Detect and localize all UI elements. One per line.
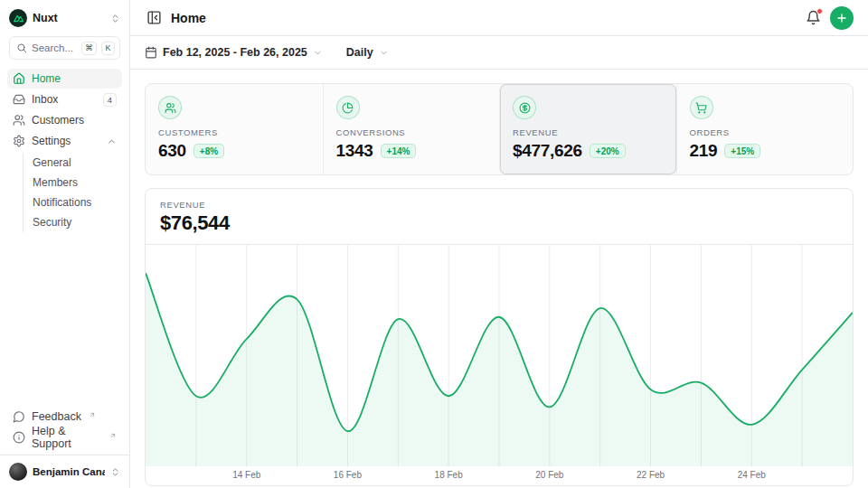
- calendar-icon: [145, 46, 157, 59]
- stat-value: 630: [158, 141, 186, 161]
- stat-card-customers[interactable]: CUSTOMERS 630 +8%: [146, 84, 323, 174]
- kbd-cmd: ⌘: [81, 42, 97, 55]
- chevron-up-down-icon: [110, 14, 120, 23]
- stat-delta-badge: +15%: [724, 144, 760, 158]
- cart-icon: [690, 96, 713, 119]
- stat-delta-badge: +8%: [193, 144, 224, 158]
- user-menu[interactable]: Benjamin Canac: [0, 455, 129, 488]
- sidebar-item-customers[interactable]: Customers: [7, 110, 122, 130]
- pie-chart-icon: [336, 96, 360, 119]
- x-tick: 22 Feb: [637, 470, 665, 480]
- interval-select[interactable]: Daily: [346, 46, 389, 59]
- new-item-button[interactable]: [830, 6, 854, 30]
- kbd-k: K: [101, 42, 115, 55]
- stat-label: CONVERSIONS: [336, 127, 487, 137]
- interval-label: Daily: [346, 46, 373, 59]
- dollar-circle-icon: [513, 96, 536, 119]
- date-range-label: Feb 12, 2025 - Feb 26, 2025: [163, 46, 307, 59]
- sidebar-item-label: Help & Support: [32, 425, 102, 450]
- sidebar-footer-nav: Feedback Help & Support: [0, 405, 129, 455]
- sidebar-item-home[interactable]: Home: [7, 69, 122, 89]
- x-tick: 18 Feb: [435, 470, 463, 480]
- stat-delta-badge: +20%: [590, 144, 626, 158]
- sidebar-item-settings[interactable]: Settings: [7, 131, 122, 151]
- sidebar-spacer: [0, 234, 129, 405]
- stat-value: 1343: [336, 141, 373, 161]
- topbar: Home: [130, 0, 868, 36]
- sidebar-item-label: Feedback: [32, 410, 81, 423]
- home-icon: [13, 72, 25, 85]
- stat-card-orders[interactable]: ORDERS 219 +15%: [676, 84, 854, 174]
- external-link-icon: [109, 432, 117, 439]
- gear-icon: [13, 135, 25, 147]
- stat-card-revenue[interactable]: REVENUE $477,626 +20%: [499, 84, 676, 174]
- stat-card-conversions[interactable]: CONVERSIONS 1343 +14%: [323, 84, 500, 174]
- revenue-chart-card: REVENUE $76,544 14 Feb 16 Feb 18 Feb 20 …: [145, 188, 854, 486]
- sidebar-item-label: Home: [32, 72, 117, 85]
- avatar: [9, 463, 27, 481]
- inbox-icon: [13, 93, 25, 106]
- sidebar-item-help-support[interactable]: Help & Support: [7, 427, 122, 447]
- unread-dot: [816, 8, 823, 14]
- users-icon: [158, 96, 182, 119]
- search-input[interactable]: Search... ⌘ K: [9, 36, 120, 60]
- x-tick: 20 Feb: [535, 470, 563, 480]
- x-tick: 14 Feb: [232, 470, 260, 480]
- workspace-switcher[interactable]: Nuxt: [0, 0, 129, 33]
- sidebar-item-security[interactable]: Security: [24, 212, 122, 232]
- search-icon: [16, 42, 27, 53]
- inbox-count-badge: 4: [103, 93, 117, 107]
- message-circle-icon: [13, 410, 25, 423]
- sidebar-item-feedback[interactable]: Feedback: [7, 407, 122, 427]
- sidebar-item-label: Settings: [32, 135, 100, 147]
- chart-metric-label: REVENUE: [160, 200, 838, 210]
- date-range-picker[interactable]: Feb 12, 2025 - Feb 26, 2025: [145, 46, 323, 59]
- sidebar: Nuxt Search... ⌘ K Home: [0, 0, 130, 488]
- notifications-button[interactable]: [804, 8, 823, 27]
- chevron-up-icon: [107, 136, 117, 146]
- app-window: Nuxt Search... ⌘ K Home: [0, 0, 868, 488]
- sidebar-item-label: Customers: [32, 114, 117, 127]
- chart-header: REVENUE $76,544: [146, 189, 853, 245]
- chart-canvas[interactable]: [146, 245, 853, 466]
- sidebar-item-inbox[interactable]: Inbox 4: [7, 89, 122, 109]
- stat-value: 219: [690, 141, 718, 161]
- user-name: Benjamin Canac: [33, 466, 105, 477]
- chevron-down-icon: [313, 48, 323, 58]
- main-area: Home Feb 12, 2: [130, 0, 868, 488]
- settings-submenu: General Members Notifications Security: [23, 153, 122, 232]
- sidebar-nav: Home Inbox 4 Customers Settings: [0, 67, 129, 234]
- sidebar-item-members[interactable]: Members: [24, 173, 122, 192]
- collapse-sidebar-button[interactable]: [145, 8, 164, 27]
- stat-label: CUSTOMERS: [158, 127, 310, 137]
- stat-delta-badge: +14%: [381, 144, 417, 158]
- sidebar-item-label: Inbox: [32, 93, 97, 106]
- panel-left-close-icon: [146, 10, 162, 25]
- x-tick: 16 Feb: [334, 470, 362, 480]
- sidebar-item-general[interactable]: General: [24, 153, 122, 173]
- nuxt-logo-icon: [9, 9, 27, 27]
- workspace-name: Nuxt: [33, 12, 105, 24]
- chevron-up-down-icon: [110, 467, 120, 477]
- stat-value: $477,626: [513, 141, 582, 161]
- sidebar-item-notifications[interactable]: Notifications: [24, 192, 122, 212]
- stats-row: CUSTOMERS 630 +8% CONVERSIONS 1343 +14%: [145, 83, 854, 175]
- x-tick: 24 Feb: [738, 470, 766, 480]
- info-icon: [13, 431, 25, 444]
- chart-x-axis: 14 Feb 16 Feb 18 Feb 20 Feb 22 Feb 24 Fe…: [146, 466, 853, 485]
- search-placeholder: Search...: [32, 42, 77, 53]
- external-link-icon: [89, 411, 96, 418]
- users-icon: [13, 114, 25, 127]
- filter-toolbar: Feb 12, 2025 - Feb 26, 2025 Daily: [130, 36, 868, 70]
- chevron-down-icon: [379, 48, 389, 58]
- page-title: Home: [171, 11, 206, 25]
- stat-label: REVENUE: [513, 127, 664, 137]
- area-chart-svg: [146, 245, 853, 466]
- plus-icon: [835, 12, 848, 24]
- chart-metric-value: $76,544: [160, 211, 838, 235]
- dashboard-content: CUSTOMERS 630 +8% CONVERSIONS 1343 +14%: [130, 70, 868, 488]
- stat-label: ORDERS: [690, 127, 841, 137]
